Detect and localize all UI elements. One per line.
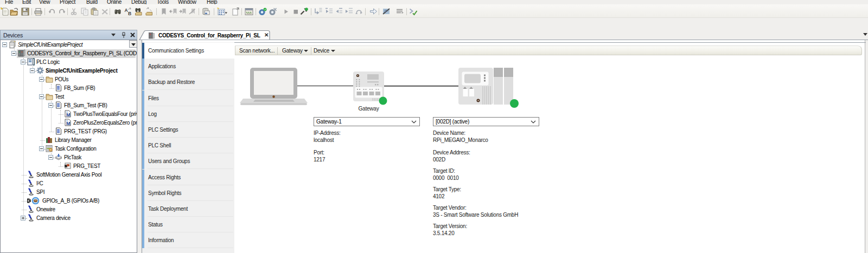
svg-text:B: B xyxy=(128,11,131,16)
svg-text:M: M xyxy=(66,112,70,118)
svg-text:M: M xyxy=(66,121,70,126)
svg-text:A: A xyxy=(125,8,128,13)
